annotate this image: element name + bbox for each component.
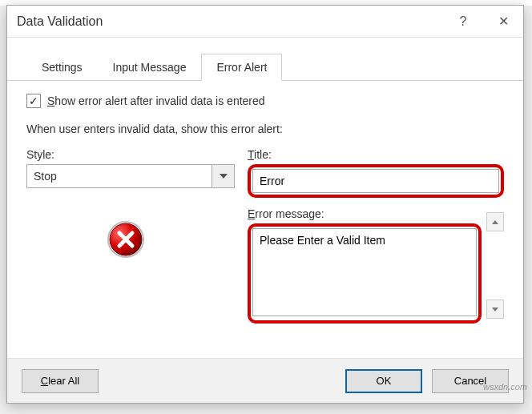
dialog-body: Settings Input Message Error Alert ✓ Sho… [7,38,523,358]
show-alert-label: Show error alert after invalid data is e… [47,94,265,107]
chevron-down-icon[interactable] [212,165,234,187]
left-column: Style: Stop [26,148,235,324]
error-message-label-key: E [248,207,255,220]
title-label-key: T [248,148,254,161]
dialog-footer: Clear All OK Cancel [7,358,523,403]
style-select-value: Stop [27,170,212,183]
clear-all-button[interactable]: Clear All [22,369,99,393]
error-message-textarea[interactable] [252,228,477,316]
fields-grid: Style: Stop [26,148,504,324]
scroll-up-icon[interactable] [486,212,504,231]
title-highlight [248,164,504,198]
title-input[interactable] [252,169,499,193]
tabs: Settings Input Message Error Alert [7,50,523,81]
dialog-title: Data Validation [17,14,443,29]
error-message-highlight [248,223,482,324]
help-button[interactable]: ? [443,6,483,38]
textarea-scrollbar[interactable] [486,212,504,319]
error-message-area: Error message: [248,207,504,324]
error-message-label: Error message: [248,207,504,220]
scroll-down-icon[interactable] [486,299,504,319]
watermark: wsxdn.com [483,382,527,392]
close-button[interactable]: ✕ [483,6,523,38]
tab-error-alert[interactable]: Error Alert [201,54,282,81]
title-label: Title: [248,148,504,161]
style-label: Style: [26,148,235,161]
checkmark-icon: ✓ [29,95,38,107]
ok-button[interactable]: OK [345,369,422,393]
error-message-label-rest: rror message: [255,207,324,220]
instruction-text: When user enters invalid data, show this… [26,123,504,135]
show-alert-label-rest: how error alert after invalid data is en… [54,94,264,107]
show-alert-row: ✓ Show error alert after invalid data is… [26,94,504,108]
tab-content: ✓ Show error alert after invalid data is… [7,81,523,324]
title-label-rest: itle: [254,148,272,161]
style-select[interactable]: Stop [26,164,235,188]
data-validation-dialog: Data Validation ? ✕ Settings Input Messa… [6,5,524,404]
show-alert-checkbox[interactable]: ✓ [26,94,41,108]
tab-input-message[interactable]: Input Message [98,54,202,81]
right-column: Title: Error message: [248,148,504,324]
clear-all-key: C [41,375,48,387]
titlebar: Data Validation ? ✕ [7,6,523,38]
show-alert-label-key: S [47,94,54,107]
stop-error-icon [107,220,145,259]
tab-settings[interactable]: Settings [26,54,98,81]
clear-all-rest: lear All [48,375,79,387]
